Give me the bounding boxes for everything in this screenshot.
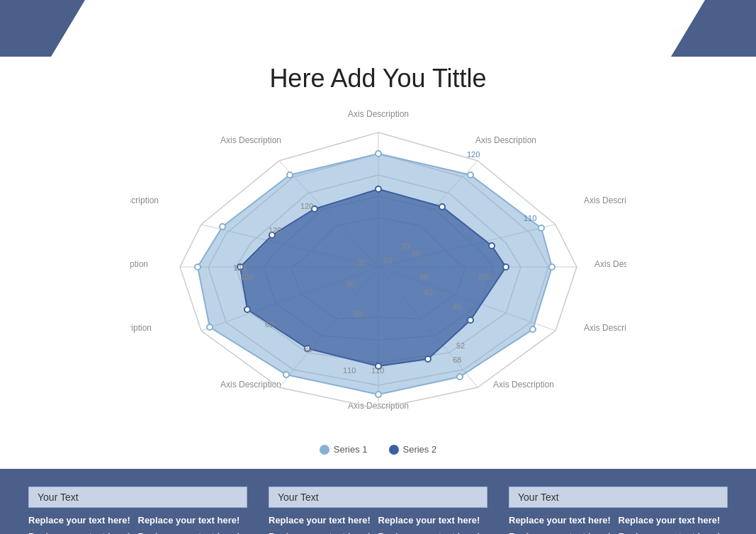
cell-1-0-1: Replace your text here! [378,515,488,526]
svg-point-34 [530,326,536,332]
svg-point-43 [376,186,381,192]
svg-point-38 [207,324,213,330]
page-title: Here Add You Tittle [0,64,756,93]
cell-2-0-1: Replace your text here! [619,515,728,526]
svg-text:Axis Description: Axis Description [130,195,159,205]
svg-text:110: 110 [371,366,384,375]
svg-text:40: 40 [346,280,355,288]
svg-text:100: 100 [478,273,490,281]
svg-text:48: 48 [419,273,428,281]
svg-text:52: 52 [456,341,465,350]
column-row: Replace your text here!Replace your text… [509,531,728,534]
svg-text:50: 50 [439,256,447,265]
column-row: Replace your text here!Replace your text… [28,531,247,534]
svg-point-39 [195,264,201,270]
chart-container: Axis Description Axis Description Axis D… [0,97,756,444]
svg-text:Axis Description: Axis Description [220,135,281,145]
cell-2-0-0: Replace your text here! [509,515,619,526]
title-area: Here Add You Tittle [0,57,756,97]
svg-point-30 [376,151,381,157]
svg-text:Axis Description: Axis Description [594,259,626,269]
svg-text:Axis Description: Axis Description [475,135,536,145]
chart-legend: Series 1 Series 2 [0,444,756,469]
svg-text:Axis Description: Axis Description [492,380,553,390]
column-row: Replace your text here!Replace your text… [509,515,728,526]
svg-text:40: 40 [453,302,461,311]
svg-text:86: 86 [463,235,472,244]
svg-text:Axis Description: Axis Description [347,109,408,119]
svg-text:120: 120 [300,202,313,210]
column-header-2: Your Text [509,487,728,508]
svg-point-47 [468,317,473,323]
svg-point-40 [220,224,225,229]
svg-point-36 [376,392,381,397]
svg-point-48 [425,356,431,362]
svg-point-35 [457,374,463,380]
svg-text:145: 145 [233,263,246,272]
legend-series2-label: Series 2 [403,444,437,455]
legend-series1-label: Series 1 [334,444,368,455]
svg-text:Axis Description: Axis Description [584,195,626,205]
svg-text:Axis Description: Axis Description [130,259,148,269]
svg-text:110: 110 [524,214,536,222]
svg-text:Axis Description: Axis Description [220,380,281,390]
svg-text:120: 120 [467,150,480,159]
bottom-column-1: Your TextReplace your text here!Replace … [269,487,487,534]
bottom-column-0: Your TextReplace your text here!Replace … [28,487,247,534]
cell-0-0-0: Replace your text here! [28,515,138,526]
cell-1-0-0: Replace your text here! [269,515,378,526]
svg-text:Axis Description: Axis Description [584,323,626,333]
cell-0-0-1: Replace your text here! [138,515,248,526]
cell-1-1-1: Replace your text here! [378,531,488,534]
svg-text:Axis Description: Axis Description [130,323,152,333]
column-header-0: Your Text [28,487,247,508]
cell-2-1-1: Replace your text here! [619,531,728,534]
svg-text:60: 60 [383,256,392,265]
svg-point-41 [287,172,293,178]
bottom-column-2: Your TextReplace your text here!Replace … [509,487,728,534]
svg-point-51 [244,307,250,312]
cell-0-1-1: Replace your text here! [138,531,248,534]
svg-text:62: 62 [424,288,433,297]
radar-chart: Axis Description Axis Description Axis D… [130,104,626,430]
legend-series1: Series 1 [320,444,368,455]
svg-point-45 [489,243,495,249]
svg-text:48: 48 [412,249,420,258]
svg-text:120: 120 [269,226,281,234]
svg-text:110: 110 [343,366,356,375]
cell-0-1-0: Replace your text here! [28,531,138,534]
legend-series2: Series 2 [389,444,437,455]
svg-text:30: 30 [357,259,366,267]
svg-point-37 [283,372,289,377]
svg-text:100: 100 [473,242,485,251]
legend-series2-dot [389,445,399,455]
svg-point-44 [439,204,445,210]
svg-point-46 [503,264,509,270]
svg-point-33 [549,264,555,270]
bottom-section: Your TextReplace your text here!Replace … [0,469,756,534]
column-row: Replace your text here!Replace your text… [28,515,247,526]
svg-text:68: 68 [453,356,461,364]
svg-text:80: 80 [304,345,312,353]
cell-2-1-0: Replace your text here! [509,531,619,534]
svg-point-31 [468,172,473,178]
cell-1-1-0: Replace your text here! [269,531,378,534]
top-bar [0,0,756,57]
svg-text:100: 100 [240,273,253,281]
svg-point-32 [538,225,544,231]
svg-text:70: 70 [401,242,410,251]
column-row: Replace your text here!Replace your text… [269,531,487,534]
column-header-1: Your Text [269,487,487,508]
legend-series1-dot [320,445,329,455]
svg-text:50: 50 [354,309,362,318]
column-row: Replace your text here!Replace your text… [269,515,487,526]
svg-text:60: 60 [265,320,273,329]
